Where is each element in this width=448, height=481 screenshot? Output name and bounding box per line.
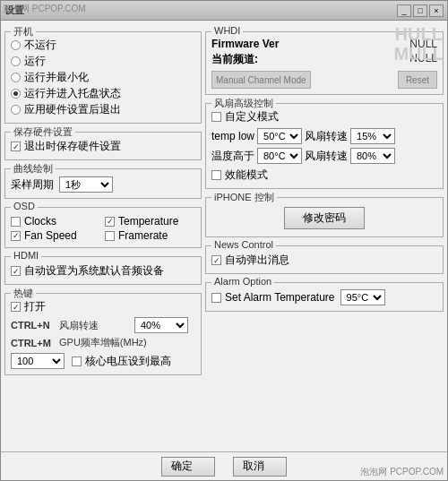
fan-eco-checkbox[interactable] xyxy=(211,170,221,180)
osd-fanspeed-label: Fan Speed xyxy=(24,229,77,242)
osd-temperature[interactable]: Temperature xyxy=(105,215,195,228)
boot-radio-4[interactable] xyxy=(11,105,21,115)
osd-clocks-checkbox[interactable] xyxy=(11,217,21,227)
osd-temperature-label: Temperature xyxy=(118,215,178,228)
whdi-firmware-row: Firmware Ver NULL xyxy=(211,38,437,50)
fan-custom-checkbox[interactable] xyxy=(211,112,221,122)
temp-low-select[interactable]: 50°C60°C70°C xyxy=(257,128,302,144)
left-panel: 开机 不运行 运行 运行并最小化 xyxy=(4,24,202,448)
whdi-channel-row: 当前频道: NULL xyxy=(211,52,437,67)
boot-label-3: 运行并进入托盘状态 xyxy=(24,86,121,101)
minimize-button[interactable]: _ xyxy=(397,4,411,17)
maximize-button[interactable]: □ xyxy=(413,4,427,17)
whdi-channel-label: 当前频道: xyxy=(211,52,258,67)
news-label: 自动弹出消息 xyxy=(225,253,289,268)
save-checkbox-item[interactable]: 退出时保存硬件设置 xyxy=(11,139,195,154)
confirm-button[interactable]: 确定 xyxy=(161,457,215,477)
hotkey-select-m[interactable]: 100200300 xyxy=(11,353,65,369)
sample-select[interactable]: 1秒 2秒 5秒 xyxy=(59,176,113,193)
hotkey-extra-checkbox-m[interactable] xyxy=(72,356,82,366)
news-group-title: News Control xyxy=(211,239,276,250)
iphone-group-title: iPHONE 控制 xyxy=(211,191,277,204)
hdmi-checkbox[interactable] xyxy=(11,266,21,276)
osd-group-title: OSD xyxy=(11,201,38,211)
whdi-firmware-label: Firmware Ver xyxy=(211,38,279,50)
whdi-firmware-value: NULL xyxy=(409,38,437,50)
boot-radio-group: 不运行 运行 运行并最小化 运行并进入托盘状态 xyxy=(11,38,195,117)
fan-eco-label: 效能模式 xyxy=(225,167,268,183)
hotkey-desc-n: 风扇转速 xyxy=(59,319,131,332)
fan-speed-label2: 风扇转速 xyxy=(305,149,348,164)
boot-label-2: 运行并最小化 xyxy=(24,70,89,85)
osd-fanspeed[interactable]: Fan Speed xyxy=(11,229,101,242)
news-checkbox[interactable] xyxy=(211,255,221,265)
boot-label-4: 应用硬件设置后退出 xyxy=(24,102,121,117)
osd-clocks-label: Clocks xyxy=(24,215,56,228)
watermark-top: 泡泡网 PCPOP.COM xyxy=(3,3,86,15)
hotkey-extra-label-m: 核心电压设到最高 xyxy=(85,354,171,369)
hotkey-extra-m[interactable]: 核心电压设到最高 xyxy=(72,354,171,369)
save-checkbox[interactable] xyxy=(11,142,21,151)
hdmi-checkbox-item[interactable]: 自动设置为系统默认音频设备 xyxy=(11,263,195,279)
osd-framerate[interactable]: Framerate xyxy=(105,229,195,242)
hotkey-select-n[interactable]: 40%50%60% xyxy=(134,317,188,333)
hotkey-group-title: 热键 xyxy=(11,287,36,300)
fan-custom-mode[interactable]: 自定义模式 xyxy=(211,109,437,125)
main-content: 开机 不运行 运行 运行并最小化 xyxy=(1,21,447,451)
iphone-group: iPHONE 控制 修改密码 xyxy=(205,197,444,237)
boot-option-3[interactable]: 运行并进入托盘状态 xyxy=(11,86,195,101)
whdi-reset-btn[interactable]: Reset xyxy=(398,71,437,89)
hotkey-desc-m: GPU频率增幅(MHz) xyxy=(59,336,147,349)
fan-speed-label1: 风扇转速 xyxy=(305,129,348,144)
hotkey-row-m: CTRL+M GPU频率增幅(MHz) 100200300 核心电压设到最高 xyxy=(11,336,195,369)
whdi-channel-value: NULL xyxy=(409,52,437,67)
osd-grid: Clocks Temperature Fan Speed Framerate xyxy=(11,215,195,242)
hotkey-open-label: 打开 xyxy=(24,299,46,314)
fan-group-title: 风扇高级控制 xyxy=(211,97,276,110)
boot-radio-2[interactable] xyxy=(11,73,21,82)
hotkey-open[interactable]: 打开 xyxy=(11,299,195,314)
fan-speed-high-select[interactable]: 80%90%100% xyxy=(350,148,395,164)
osd-temperature-checkbox[interactable] xyxy=(105,217,115,227)
alarm-group-title: Alarm Option xyxy=(211,276,274,287)
temp-high-label: 温度高于 xyxy=(211,149,254,164)
boot-radio-3[interactable] xyxy=(11,89,21,99)
osd-fanspeed-checkbox[interactable] xyxy=(11,231,21,241)
alarm-checkbox-item[interactable]: Set Alarm Temperature xyxy=(211,291,335,304)
whdi-group: WHDI Firmware Ver NULL 当前频道: NULL Manual… xyxy=(205,31,444,95)
osd-group: OSD Clocks Temperature Fan Speed xyxy=(4,207,202,248)
cancel-button[interactable]: 取消 xyxy=(233,457,287,477)
news-group: News Control 自动弹出消息 xyxy=(205,245,444,274)
save-group-title: 保存硬件设置 xyxy=(11,125,75,139)
alarm-temp-select[interactable]: 95°C90°C85°C xyxy=(340,289,385,305)
whdi-group-title: WHDI xyxy=(211,25,243,36)
boot-group: 开机 不运行 运行 运行并最小化 xyxy=(4,31,202,124)
boot-radio-1[interactable] xyxy=(11,56,21,66)
hdmi-label: 自动设置为系统默认音频设备 xyxy=(24,263,164,279)
boot-option-1[interactable]: 运行 xyxy=(11,54,195,69)
boot-group-title: 开机 xyxy=(11,25,36,39)
fan-group: 风扇高级控制 自定义模式 temp low 50°C60°C70°C 风扇转速 … xyxy=(205,103,444,189)
close-button[interactable]: × xyxy=(429,4,444,17)
boot-option-2[interactable]: 运行并最小化 xyxy=(11,70,195,85)
osd-framerate-checkbox[interactable] xyxy=(105,231,115,241)
fan-speed-low-select[interactable]: 15%20%30% xyxy=(350,128,395,144)
hotkey-open-checkbox[interactable] xyxy=(11,302,21,312)
osd-framerate-label: Framerate xyxy=(118,229,168,242)
hotkey-key-m: CTRL+M xyxy=(11,338,56,348)
curve-group: 曲线绘制 采样周期 1秒 2秒 5秒 xyxy=(4,168,202,199)
fan-eco-mode[interactable]: 效能模式 xyxy=(211,167,437,183)
temp-high-select[interactable]: 80°C90°C xyxy=(257,148,302,164)
boot-label-0: 不运行 xyxy=(24,38,56,53)
temp-low-label: temp low xyxy=(211,130,254,142)
osd-clocks[interactable]: Clocks xyxy=(11,215,101,228)
hdmi-group-title: HDMI xyxy=(11,250,41,261)
alarm-checkbox[interactable] xyxy=(211,293,221,303)
whdi-manual-btn[interactable]: Manual Channel Mode xyxy=(211,71,311,89)
boot-option-4[interactable]: 应用硬件设置后退出 xyxy=(11,102,195,117)
iphone-password-btn[interactable]: 修改密码 xyxy=(284,207,365,229)
news-checkbox-item[interactable]: 自动弹出消息 xyxy=(211,253,437,268)
boot-option-0[interactable]: 不运行 xyxy=(11,38,195,53)
boot-radio-0[interactable] xyxy=(11,40,21,50)
fan-custom-label: 自定义模式 xyxy=(225,109,279,125)
